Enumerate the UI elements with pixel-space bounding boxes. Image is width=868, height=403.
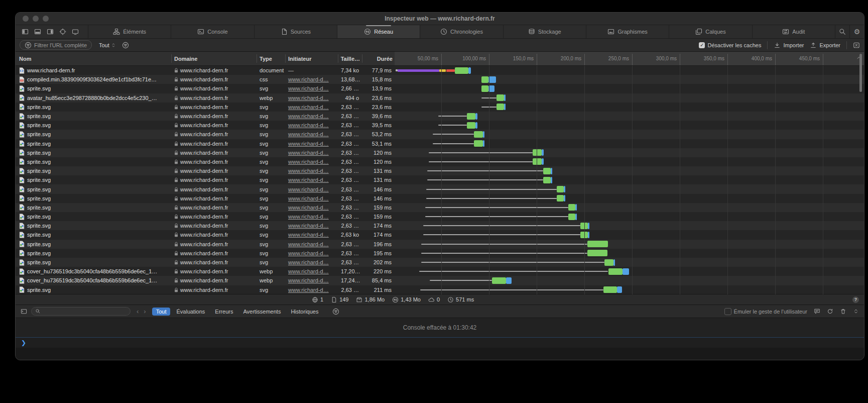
column-header-domaine[interactable]: Domaine bbox=[174, 52, 197, 65]
initiator-link[interactable]: www.richard-d… bbox=[288, 113, 329, 119]
initiator-link[interactable]: www.richard-d… bbox=[288, 95, 329, 101]
table-row[interactable]: avatar_hu85ecc3e298728880b0bde2dcc4e5c23… bbox=[16, 93, 864, 103]
table-row[interactable]: sprite.svg www.richard-dern.fr svg www.r… bbox=[16, 221, 864, 230]
initiator-link[interactable]: www.richard-d… bbox=[288, 241, 329, 247]
tab-graphics[interactable]: Graphismes bbox=[586, 25, 669, 38]
column-divider[interactable] bbox=[338, 54, 338, 63]
initiator-link[interactable]: www.richard-d… bbox=[288, 104, 329, 110]
table-row[interactable]: sprite.svg www.richard-dern.fr svg www.r… bbox=[16, 175, 864, 184]
table-row[interactable]: cover_hu736519dc3b5040cfa48b6b559b6de6ec… bbox=[16, 267, 864, 276]
table-row[interactable]: sprite.svg www.richard-dern.fr svg www.r… bbox=[16, 130, 864, 139]
initiator-link[interactable]: www.richard-d… bbox=[288, 141, 329, 147]
table-row[interactable]: sprite.svg www.richard-dern.fr svg www.r… bbox=[16, 285, 864, 294]
table-row[interactable]: sprite.svg www.richard-dern.fr svg www.r… bbox=[16, 230, 864, 239]
table-row[interactable]: sprite.svg www.richard-dern.fr svg www.r… bbox=[16, 166, 864, 175]
initiator-link[interactable]: www.richard-d… bbox=[288, 250, 329, 256]
dock-left-icon[interactable] bbox=[22, 28, 29, 35]
dock-bottom-icon[interactable] bbox=[34, 28, 41, 35]
forward-button[interactable]: › bbox=[144, 308, 146, 315]
initiator-link[interactable]: www.richard-d… bbox=[288, 122, 329, 128]
initiator-link[interactable]: www.richard-d… bbox=[288, 205, 329, 211]
disable-caches-toggle[interactable]: ✓ Désactiver les caches bbox=[699, 42, 761, 48]
column-divider[interactable] bbox=[257, 54, 257, 63]
column-divider[interactable] bbox=[171, 54, 172, 63]
export-button[interactable]: Exporter bbox=[810, 42, 840, 49]
tab-audit[interactable]: Audit bbox=[752, 25, 835, 38]
console-tab-évaluations[interactable]: Évaluations bbox=[172, 308, 209, 316]
table-row[interactable]: sprite.svg www.richard-dern.fr svg www.r… bbox=[16, 212, 864, 221]
clear-network-button[interactable] bbox=[853, 42, 860, 49]
console-filter-options-button[interactable] bbox=[332, 308, 339, 315]
table-row[interactable]: sprite.svg www.richard-dern.fr svg www.r… bbox=[16, 184, 864, 193]
table-row[interactable]: sprite.svg www.richard-dern.fr svg www.r… bbox=[16, 157, 864, 166]
reload-icon[interactable] bbox=[827, 308, 833, 315]
initiator-link[interactable]: www.richard-d… bbox=[288, 268, 329, 274]
console-tab-erreurs[interactable]: Erreurs bbox=[211, 308, 237, 316]
column-header-duree[interactable]: Durée bbox=[362, 52, 393, 65]
url-filter-input[interactable]: Filtrer l'URL complète bbox=[20, 40, 92, 50]
table-row[interactable]: sprite.svg www.richard-dern.fr svg www.r… bbox=[16, 203, 864, 212]
trash-icon[interactable] bbox=[840, 308, 846, 315]
console-messages-icon[interactable] bbox=[814, 308, 820, 315]
console-search-input[interactable] bbox=[31, 307, 131, 316]
dock-right-icon[interactable] bbox=[47, 28, 54, 35]
search-button[interactable] bbox=[835, 25, 849, 38]
initiator-link[interactable]: www.richard-d… bbox=[288, 223, 329, 229]
initiator-link[interactable]: www.richard-d… bbox=[288, 287, 329, 293]
column-divider[interactable] bbox=[362, 54, 362, 63]
console-tab-historiques[interactable]: Historiques bbox=[287, 308, 322, 316]
filter-options-button[interactable] bbox=[122, 42, 129, 49]
back-button[interactable]: ‹ bbox=[137, 308, 139, 315]
table-row[interactable]: sprite.svg www.richard-dern.fr svg www.r… bbox=[16, 240, 864, 249]
console-tab-tout[interactable]: Tout bbox=[152, 308, 171, 316]
zoom-window-button[interactable] bbox=[43, 16, 49, 22]
column-header-type[interactable]: Type bbox=[260, 52, 272, 65]
initiator-link[interactable]: www.richard-d… bbox=[288, 195, 329, 201]
settings-button[interactable]: ⚙ bbox=[849, 25, 864, 38]
minimize-window-button[interactable] bbox=[33, 16, 39, 22]
initiator-link[interactable]: www.richard-d… bbox=[288, 186, 329, 192]
table-row[interactable]: sprite.svg www.richard-dern.fr svg www.r… bbox=[16, 258, 864, 267]
table-row[interactable]: sprite.svg www.richard-dern.fr svg www.r… bbox=[16, 249, 864, 258]
initiator-link[interactable]: www.richard-d… bbox=[288, 85, 329, 91]
console-panel-icon[interactable] bbox=[21, 308, 27, 315]
initiator-link[interactable]: www.richard-d… bbox=[288, 131, 329, 137]
table-row[interactable]: www.richard-dern.fr www.richard-dern.fr … bbox=[16, 66, 864, 75]
initiator-link[interactable]: www.richard-d… bbox=[288, 232, 329, 238]
device-icon[interactable] bbox=[72, 28, 79, 35]
table-row[interactable]: sprite.svg www.richard-dern.fr svg www.r… bbox=[16, 148, 864, 157]
initiator-link[interactable]: www.richard-d… bbox=[288, 150, 329, 156]
console-prompt-row[interactable]: ❯ bbox=[16, 337, 864, 348]
traffic-lights[interactable] bbox=[23, 16, 49, 22]
table-row[interactable]: sprite.svg www.richard-dern.fr svg www.r… bbox=[16, 139, 864, 148]
table-row[interactable]: sprite.svg www.richard-dern.fr svg www.r… bbox=[16, 194, 864, 203]
tab-layers[interactable]: Calques bbox=[669, 25, 752, 38]
initiator-link[interactable]: www.richard-d… bbox=[288, 76, 329, 82]
element-picker-icon[interactable] bbox=[59, 28, 66, 35]
expand-console-icon[interactable] bbox=[853, 308, 859, 315]
table-row[interactable]: sprite.svg www.richard-dern.fr svg www.r… bbox=[16, 121, 864, 130]
table-row[interactable]: sprite.svg www.richard-dern.fr svg www.r… bbox=[16, 84, 864, 93]
initiator-link[interactable]: www.richard-d… bbox=[288, 159, 329, 165]
column-header-taille[interactable]: Taille… bbox=[338, 52, 360, 65]
initiator-link[interactable]: www.richard-d… bbox=[288, 168, 329, 174]
vertical-scrollbar[interactable] bbox=[859, 54, 862, 92]
table-row[interactable]: sprite.svg www.richard-dern.fr svg www.r… bbox=[16, 103, 864, 112]
table-row[interactable]: cover_hu736519dc3b5040cfa48b6b559b6de6ec… bbox=[16, 276, 864, 285]
tab-timelines[interactable]: Chronologies bbox=[420, 25, 503, 38]
column-header-initiateur[interactable]: Initiateur bbox=[288, 52, 311, 65]
column-divider[interactable] bbox=[285, 54, 286, 63]
tab-console[interactable]: Console bbox=[171, 25, 254, 38]
table-row[interactable]: csscompiled.min.38390909f303624ed9e1cf1b… bbox=[16, 75, 864, 84]
table-row[interactable]: sprite.svg www.richard-dern.fr svg www.r… bbox=[16, 112, 864, 121]
resource-scope-dropdown[interactable]: Tout bbox=[99, 42, 116, 48]
tab-network[interactable]: Réseau bbox=[337, 25, 420, 38]
tab-sources[interactable]: Sources bbox=[254, 25, 337, 38]
tab-elements[interactable]: Éléments bbox=[88, 25, 171, 38]
initiator-link[interactable]: www.richard-d… bbox=[288, 214, 329, 220]
initiator-link[interactable]: www.richard-d… bbox=[288, 177, 329, 183]
column-header-nom[interactable]: Nom bbox=[19, 52, 31, 65]
initiator-link[interactable]: www.richard-d… bbox=[288, 277, 329, 283]
emulate-user-gesture-toggle[interactable]: Émuler le geste de l'utilisateur bbox=[724, 308, 807, 315]
import-button[interactable]: Importer bbox=[774, 42, 804, 49]
